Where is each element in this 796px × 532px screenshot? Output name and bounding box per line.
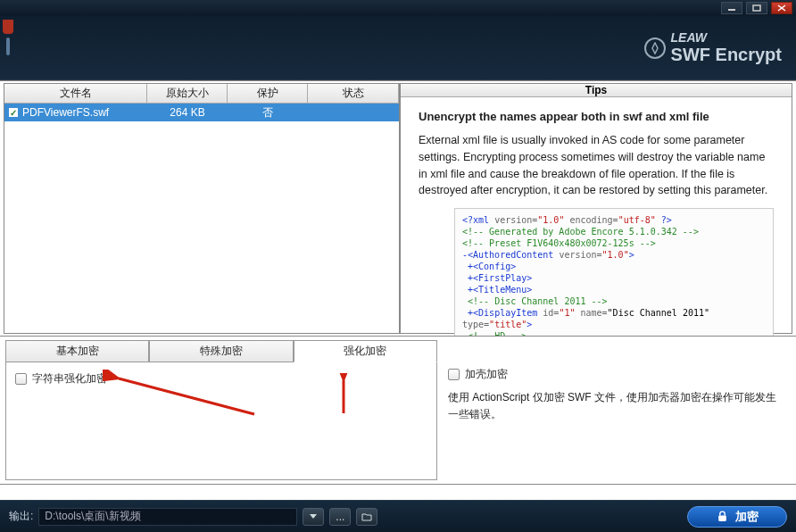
file-row[interactable]: ✓ PDFViewerFS.swf 264 KB 否 xyxy=(4,104,399,121)
tips-panel: Tips Unencrypt the names appear both in … xyxy=(400,83,792,334)
output-path-input[interactable]: D:\tools\桌面\新视频 xyxy=(38,508,297,526)
shell-encrypt-desc: 使用 ActionScript 仅加密 SWF 文件，使用加壳器加密在操作可能发… xyxy=(448,389,782,423)
file-name: PDFViewerFS.swf xyxy=(22,106,109,119)
shell-encrypt-label: 加壳加密 xyxy=(465,367,508,382)
tab-basic[interactable]: 基本加密 xyxy=(5,340,149,362)
tab-strengthen[interactable]: 强化加密 xyxy=(294,340,437,362)
tool-red-icon[interactable] xyxy=(3,20,13,34)
brand: LEAW SWF Encrypt xyxy=(644,30,782,65)
encrypt-button[interactable]: 加密 xyxy=(687,506,787,528)
tabs-panel: 基本加密 特殊加密 强化加密 字符串强化加密 xyxy=(5,340,437,480)
left-tool-strip xyxy=(0,16,16,80)
tips-heading: Unencrypt the names appear both in swf a… xyxy=(419,110,774,123)
minimize-button[interactable] xyxy=(721,2,742,14)
spacer-white xyxy=(0,484,796,500)
string-encrypt-label: 字符串强化加密 xyxy=(32,371,107,387)
lock-icon xyxy=(717,511,728,522)
file-row-checkbox[interactable]: ✓ xyxy=(8,107,19,118)
titlebar xyxy=(0,0,796,16)
col-header-name[interactable]: 文件名 xyxy=(4,84,147,103)
brand-icon xyxy=(644,37,666,59)
shell-encrypt-option[interactable]: 加壳加密 xyxy=(448,367,782,382)
col-header-prot[interactable]: 保护 xyxy=(228,84,308,103)
file-size: 264 KB xyxy=(147,106,228,119)
file-prot: 否 xyxy=(228,105,308,121)
tabs-bar: 基本加密 特殊加密 强化加密 xyxy=(5,340,437,362)
options-row: 基本加密 特殊加密 强化加密 字符串强化加密 加壳加密 使用 ActionScr… xyxy=(0,336,796,484)
col-header-stat[interactable]: 状态 xyxy=(308,84,399,103)
main-row: 文件名 原始大小 保护 状态 ✓ PDFViewerFS.swf 264 KB … xyxy=(0,80,796,336)
output-path-dropdown[interactable] xyxy=(303,508,324,526)
svg-rect-4 xyxy=(718,515,726,521)
file-list-header: 文件名 原始大小 保护 状态 xyxy=(4,84,399,104)
browse-button[interactable]: ... xyxy=(329,508,351,526)
brand-line1: LEAW xyxy=(671,30,782,45)
right-option-panel: 加壳加密 使用 ActionScript 仅加密 SWF 文件，使用加壳器加密在… xyxy=(443,337,796,484)
open-folder-button[interactable] xyxy=(356,508,377,526)
tab-special[interactable]: 特殊加密 xyxy=(149,340,293,362)
tab-content: 字符串强化加密 xyxy=(5,362,437,480)
svg-rect-1 xyxy=(753,5,760,11)
tool-blue-icon[interactable] xyxy=(6,37,10,55)
string-encrypt-checkbox[interactable] xyxy=(15,373,27,385)
col-header-size[interactable]: 原始大小 xyxy=(147,84,228,103)
close-button[interactable] xyxy=(771,2,792,14)
file-list-panel: 文件名 原始大小 保护 状态 ✓ PDFViewerFS.swf 264 KB … xyxy=(4,83,400,334)
bottom-bar: 输出: D:\tools\桌面\新视频 ... 加密 xyxy=(0,500,796,532)
tips-text: External xml file is usually invoked in … xyxy=(419,132,774,199)
tips-title: Tips xyxy=(401,84,792,97)
maximize-button[interactable] xyxy=(746,2,767,14)
encrypt-label: 加密 xyxy=(735,509,759,525)
output-label: 输出: xyxy=(9,509,33,524)
header: LEAW SWF Encrypt xyxy=(0,16,796,80)
brand-line2: SWF Encrypt xyxy=(671,45,782,65)
shell-encrypt-checkbox[interactable] xyxy=(448,369,460,380)
string-encrypt-option[interactable]: 字符串强化加密 xyxy=(15,371,427,387)
